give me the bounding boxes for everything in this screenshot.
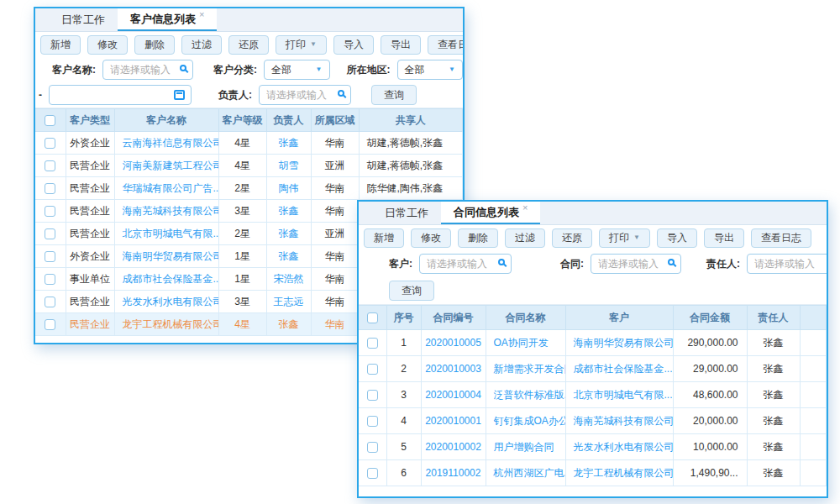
contract-table-row[interactable]: 6 2019110002 杭州西湖区广电... 龙宇工程机械有限公司 1,490… [359,460,827,486]
row-checkbox[interactable] [45,160,55,171]
customer-link[interactable]: 光发水利水电有限公司 [574,441,674,453]
row-checkbox[interactable] [367,416,378,427]
row-checkbox[interactable] [45,319,55,330]
query-button[interactable]: 查询 [389,281,434,301]
customer-name-link[interactable]: 成都市社会保险基金... [123,273,219,285]
toolbar-button[interactable]: 导入 ▼ [657,228,697,248]
toolbar-button[interactable]: 修改 ▼ [87,35,128,55]
owner-link[interactable]: 张鑫 [279,205,299,217]
customer-name-link[interactable]: 北京市明城电气有限... [123,228,219,239]
contract-name-link[interactable]: 钉钉集成OA办公 [494,415,566,427]
owner-link[interactable]: 胡雪 [279,160,299,171]
customer-name-link[interactable]: 龙宇工程机械有限公司 [123,318,219,330]
row-checkbox[interactable] [367,390,378,401]
row-checkbox[interactable] [45,228,55,239]
row-checkbox[interactable] [45,251,55,262]
search-icon[interactable] [338,90,344,97]
toolbar-button[interactable]: 删除 ▼ [134,35,175,55]
toolbar-button[interactable]: 过滤 ▼ [505,228,545,248]
toolbar-button[interactable]: 导出 ▼ [704,228,744,248]
customer-name-link[interactable]: 云南海祥信息有限公司 [123,137,219,149]
search-icon[interactable] [498,259,505,265]
row-checkbox[interactable] [45,206,55,217]
select-all-checkbox[interactable] [367,312,378,323]
tab-contract-list[interactable]: 合同信息列表 × [441,202,540,224]
toolbar-button[interactable]: 修改 ▼ [411,228,451,248]
owner-link[interactable]: 王志远 [274,296,304,307]
contract-table-row[interactable]: 5 2020010002 用户增购合同 光发水利水电有限公司 10,000.00… [359,434,827,460]
customer-link[interactable]: 成都市社会保险基金... [574,363,673,375]
toolbar-button[interactable]: 打印 ▼ [599,228,650,248]
row-checkbox[interactable] [45,297,55,307]
toolbar-button[interactable]: 查看日志 ▼ [751,228,811,248]
customer-name-link[interactable]: 海南芜城科技有限公司 [123,205,219,217]
row-checkbox[interactable] [367,442,378,453]
toolbar-button[interactable]: 新增 ▼ [364,228,404,248]
contract-code-link[interactable]: 2020010004 [425,389,481,401]
contract-code-link[interactable]: 2020010003 [425,363,481,375]
select-all-checkbox[interactable] [45,115,55,126]
toolbar-button[interactable]: 导入 ▼ [333,35,374,55]
contract-table-row[interactable]: 2 2020010003 新增需求开发合同 成都市社会保险基金... 29,00… [359,356,827,382]
row-checkbox[interactable] [367,364,378,375]
owner-filter-input[interactable] [747,254,828,274]
customer-table-row[interactable]: 民营企业 河南美新建筑工程公司 4星 胡雪 亚洲 胡建,蒋德帧,张鑫 [35,155,463,177]
search-icon[interactable] [668,259,675,265]
customer-table-row[interactable]: 外资企业 云南海祥信息有限公司 4星 张鑫 华南 胡建,蒋德帧,张鑫 [35,132,463,155]
owner-input[interactable] [259,85,351,105]
toolbar-button[interactable]: 新增 ▼ [40,35,81,55]
toolbar-button[interactable]: 打印 ▼ [276,35,327,55]
contract-code-link[interactable]: 2020010002 [425,441,481,453]
contract-code-link[interactable]: 2020010005 [425,337,481,349]
calendar-icon[interactable] [174,90,185,100]
row-checkbox[interactable] [45,274,55,285]
toolbar-button[interactable]: 还原 ▼ [552,228,592,248]
owner-link[interactable]: 张鑫 [279,318,299,330]
customer-level-cell: 4星 [218,155,266,177]
row-checkbox[interactable] [367,468,378,479]
toolbar-button[interactable]: 导出 ▼ [381,35,421,55]
row-checkbox[interactable] [45,138,55,149]
row-checkbox[interactable] [45,183,55,194]
contract-name-link[interactable]: OA协同开发 [494,337,549,349]
row-checkbox[interactable] [367,338,378,349]
customer-link[interactable]: 北京市明城电气有限... [574,389,673,401]
owner-link[interactable]: 张鑫 [279,250,299,262]
contract-name-link[interactable]: 新增需求开发合同 [494,363,566,375]
customer-name-link[interactable]: 华瑞城有限公司广告... [123,182,219,194]
region-select[interactable]: 全部 ▼ [397,60,464,80]
toolbar-button[interactable]: 删除 ▼ [458,228,498,248]
tab-customer-list[interactable]: 客户信息列表 × [118,8,217,31]
query-button[interactable]: 查询 [371,85,417,105]
customer-filter-input[interactable] [419,254,512,274]
contract-table-row[interactable]: 1 2020010005 OA协同开发 海南明华贸易有限公司 290,000.0… [359,330,827,356]
contract-table-row[interactable]: 3 2020010004 泛普软件标准版... 北京市明城电气有限... 48,… [359,382,827,408]
customer-name-link[interactable]: 河南美新建筑工程公司 [123,160,219,171]
customer-link[interactable]: 海南明华贸易有限公司 [574,337,674,349]
contract-code-link[interactable]: 2020010001 [425,415,481,427]
customer-category-select[interactable]: 全部 ▼ [264,60,330,80]
contract-name-link[interactable]: 用户增购合同 [494,441,554,453]
customer-table-row[interactable]: 民营企业 华瑞城有限公司广告... 2星 陶伟 华南 陈华健,陶伟,张鑫 [35,177,463,200]
customer-name-link[interactable]: 海南明华贸易有限公司 [123,250,219,262]
tab-daily-work[interactable]: 日常工作 [49,8,118,31]
toolbar-button[interactable]: 查看日志 ▼ [428,35,465,55]
search-icon[interactable] [180,65,186,71]
owner-link[interactable]: 张鑫 [279,137,299,149]
contract-table-row[interactable]: 4 2020010001 钉钉集成OA办公 海南芜城科技有限公司 20,000.… [359,408,827,434]
customer-link[interactable]: 海南芜城科技有限公司 [574,415,674,427]
owner-link[interactable]: 张鑫 [279,228,299,239]
contract-code-link[interactable]: 2019110002 [426,467,481,479]
close-tab-icon[interactable]: × [522,203,528,213]
close-tab-icon[interactable]: × [199,10,204,19]
tab-daily-work[interactable]: 日常工作 [372,202,441,224]
contract-name-link[interactable]: 泛普软件标准版... [494,389,566,401]
customer-name-link[interactable]: 光发水利水电有限公司 [123,296,219,307]
contract-name-link[interactable]: 杭州西湖区广电... [494,467,566,479]
owner-link[interactable]: 宋浩然 [274,273,304,285]
toolbar-button[interactable]: 过滤 ▼ [181,35,222,55]
customer-link[interactable]: 龙宇工程机械有限公司 [574,467,674,479]
date-input[interactable] [49,85,192,105]
owner-link[interactable]: 陶伟 [279,182,299,194]
toolbar-button[interactable]: 还原 ▼ [228,35,269,55]
